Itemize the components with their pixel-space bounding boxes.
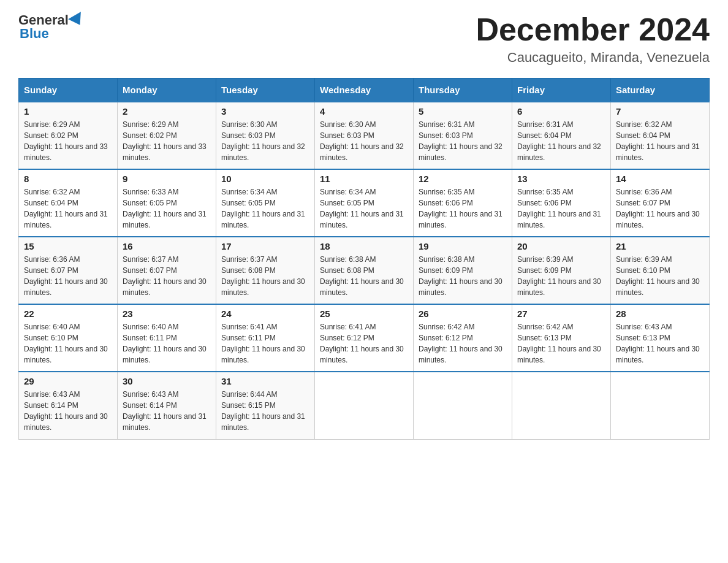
day-info: Sunrise: 6:42 AMSunset: 6:13 PMDaylight:…	[517, 321, 605, 366]
calendar-cell	[414, 372, 512, 439]
day-number: 3	[221, 106, 309, 117]
header-friday: Friday	[512, 79, 611, 102]
title-area: December 2024 Caucagueito, Miranda, Vene…	[476, 12, 710, 66]
header-sunday: Sunday	[19, 79, 118, 102]
week-row-5: 29Sunrise: 6:43 AMSunset: 6:14 PMDayligh…	[19, 372, 710, 439]
day-number: 6	[517, 106, 605, 117]
day-number: 17	[221, 241, 309, 251]
day-number: 14	[616, 174, 704, 184]
day-info: Sunrise: 6:39 AMSunset: 6:10 PMDaylight:…	[616, 254, 704, 298]
calendar-cell: 9Sunrise: 6:33 AMSunset: 6:05 PMDaylight…	[118, 169, 216, 237]
calendar-cell: 30Sunrise: 6:43 AMSunset: 6:14 PMDayligh…	[118, 372, 216, 439]
day-info: Sunrise: 6:34 AMSunset: 6:05 PMDaylight:…	[221, 186, 309, 231]
day-info: Sunrise: 6:40 AMSunset: 6:10 PMDaylight:…	[24, 321, 112, 366]
day-number: 15	[24, 241, 112, 251]
calendar-cell: 5Sunrise: 6:31 AMSunset: 6:03 PMDaylight…	[414, 102, 512, 169]
calendar-cell: 12Sunrise: 6:35 AMSunset: 6:06 PMDayligh…	[414, 169, 512, 237]
day-number: 20	[517, 241, 605, 251]
calendar-cell: 19Sunrise: 6:38 AMSunset: 6:09 PMDayligh…	[414, 237, 512, 304]
day-number: 12	[419, 174, 507, 184]
day-info: Sunrise: 6:37 AMSunset: 6:07 PMDaylight:…	[123, 254, 211, 298]
day-number: 10	[221, 174, 309, 184]
calendar-cell: 6Sunrise: 6:31 AMSunset: 6:04 PMDaylight…	[512, 102, 611, 169]
calendar-cell: 14Sunrise: 6:36 AMSunset: 6:07 PMDayligh…	[611, 169, 710, 237]
calendar-cell: 10Sunrise: 6:34 AMSunset: 6:05 PMDayligh…	[216, 169, 315, 237]
calendar-cell: 21Sunrise: 6:39 AMSunset: 6:10 PMDayligh…	[611, 237, 710, 304]
calendar-cell: 23Sunrise: 6:40 AMSunset: 6:11 PMDayligh…	[118, 304, 216, 372]
calendar-cell: 20Sunrise: 6:39 AMSunset: 6:09 PMDayligh…	[512, 237, 611, 304]
day-number: 5	[419, 106, 507, 117]
calendar-cell: 31Sunrise: 6:44 AMSunset: 6:15 PMDayligh…	[216, 372, 315, 439]
day-info: Sunrise: 6:31 AMSunset: 6:03 PMDaylight:…	[419, 119, 507, 163]
calendar-cell: 29Sunrise: 6:43 AMSunset: 6:14 PMDayligh…	[19, 372, 118, 439]
page-header: General Blue December 2024 Caucagueito, …	[18, 12, 710, 66]
day-number: 11	[320, 174, 408, 184]
day-info: Sunrise: 6:43 AMSunset: 6:14 PMDaylight:…	[123, 389, 211, 433]
day-info: Sunrise: 6:29 AMSunset: 6:02 PMDaylight:…	[123, 119, 211, 163]
week-row-3: 15Sunrise: 6:36 AMSunset: 6:07 PMDayligh…	[19, 237, 710, 304]
calendar-cell: 24Sunrise: 6:41 AMSunset: 6:11 PMDayligh…	[216, 304, 315, 372]
day-info: Sunrise: 6:44 AMSunset: 6:15 PMDaylight:…	[221, 389, 309, 433]
day-number: 9	[123, 174, 211, 184]
day-number: 8	[24, 174, 112, 184]
day-info: Sunrise: 6:43 AMSunset: 6:13 PMDaylight:…	[616, 321, 704, 366]
day-info: Sunrise: 6:31 AMSunset: 6:04 PMDaylight:…	[517, 119, 605, 163]
calendar-cell: 22Sunrise: 6:40 AMSunset: 6:10 PMDayligh…	[19, 304, 118, 372]
day-info: Sunrise: 6:40 AMSunset: 6:11 PMDaylight:…	[123, 321, 211, 366]
day-info: Sunrise: 6:32 AMSunset: 6:04 PMDaylight:…	[24, 186, 112, 231]
week-row-1: 1Sunrise: 6:29 AMSunset: 6:02 PMDaylight…	[19, 102, 710, 169]
calendar-cell: 27Sunrise: 6:42 AMSunset: 6:13 PMDayligh…	[512, 304, 611, 372]
calendar-cell: 17Sunrise: 6:37 AMSunset: 6:08 PMDayligh…	[216, 237, 315, 304]
day-info: Sunrise: 6:43 AMSunset: 6:14 PMDaylight:…	[24, 389, 112, 433]
week-row-2: 8Sunrise: 6:32 AMSunset: 6:04 PMDaylight…	[19, 169, 710, 237]
calendar-cell: 15Sunrise: 6:36 AMSunset: 6:07 PMDayligh…	[19, 237, 118, 304]
day-number: 25	[320, 308, 408, 319]
calendar-cell: 1Sunrise: 6:29 AMSunset: 6:02 PMDaylight…	[19, 102, 118, 169]
day-number: 29	[24, 376, 112, 386]
calendar-cell: 13Sunrise: 6:35 AMSunset: 6:06 PMDayligh…	[512, 169, 611, 237]
header-saturday: Saturday	[611, 79, 710, 102]
day-number: 22	[24, 308, 112, 319]
calendar-cell: 7Sunrise: 6:32 AMSunset: 6:04 PMDaylight…	[611, 102, 710, 169]
location-title: Caucagueito, Miranda, Venezuela	[476, 50, 710, 66]
day-number: 18	[320, 241, 408, 251]
calendar-cell	[315, 372, 414, 439]
day-info: Sunrise: 6:33 AMSunset: 6:05 PMDaylight:…	[123, 186, 211, 231]
day-info: Sunrise: 6:34 AMSunset: 6:05 PMDaylight:…	[320, 186, 408, 231]
day-number: 1	[24, 106, 112, 117]
calendar-cell: 16Sunrise: 6:37 AMSunset: 6:07 PMDayligh…	[118, 237, 216, 304]
day-info: Sunrise: 6:30 AMSunset: 6:03 PMDaylight:…	[221, 119, 309, 163]
day-number: 7	[616, 106, 704, 117]
day-number: 26	[419, 308, 507, 319]
day-info: Sunrise: 6:35 AMSunset: 6:06 PMDaylight:…	[517, 186, 605, 231]
calendar-cell	[611, 372, 710, 439]
header-monday: Monday	[118, 79, 216, 102]
calendar-cell: 11Sunrise: 6:34 AMSunset: 6:05 PMDayligh…	[315, 169, 414, 237]
day-info: Sunrise: 6:36 AMSunset: 6:07 PMDaylight:…	[616, 186, 704, 231]
logo: General Blue	[18, 12, 86, 42]
day-info: Sunrise: 6:39 AMSunset: 6:09 PMDaylight:…	[517, 254, 605, 298]
calendar-cell: 28Sunrise: 6:43 AMSunset: 6:13 PMDayligh…	[611, 304, 710, 372]
day-number: 19	[419, 241, 507, 251]
header-wednesday: Wednesday	[315, 79, 414, 102]
logo-arrow-icon	[68, 12, 86, 29]
day-number: 13	[517, 174, 605, 184]
calendar-cell	[512, 372, 611, 439]
day-number: 23	[123, 308, 211, 319]
day-info: Sunrise: 6:35 AMSunset: 6:06 PMDaylight:…	[419, 186, 507, 231]
day-number: 31	[221, 376, 309, 386]
calendar-header-row: SundayMondayTuesdayWednesdayThursdayFrid…	[19, 79, 710, 102]
day-info: Sunrise: 6:29 AMSunset: 6:02 PMDaylight:…	[24, 119, 112, 163]
month-title: December 2024	[476, 12, 710, 47]
day-number: 27	[517, 308, 605, 319]
calendar-cell: 25Sunrise: 6:41 AMSunset: 6:12 PMDayligh…	[315, 304, 414, 372]
day-info: Sunrise: 6:41 AMSunset: 6:12 PMDaylight:…	[320, 321, 408, 366]
day-info: Sunrise: 6:42 AMSunset: 6:12 PMDaylight:…	[419, 321, 507, 366]
day-info: Sunrise: 6:38 AMSunset: 6:08 PMDaylight:…	[320, 254, 408, 298]
logo-blue: Blue	[20, 26, 49, 41]
calendar-cell: 18Sunrise: 6:38 AMSunset: 6:08 PMDayligh…	[315, 237, 414, 304]
day-number: 2	[123, 106, 211, 117]
day-number: 30	[123, 376, 211, 386]
calendar-cell: 2Sunrise: 6:29 AMSunset: 6:02 PMDaylight…	[118, 102, 216, 169]
day-info: Sunrise: 6:36 AMSunset: 6:07 PMDaylight:…	[24, 254, 112, 298]
